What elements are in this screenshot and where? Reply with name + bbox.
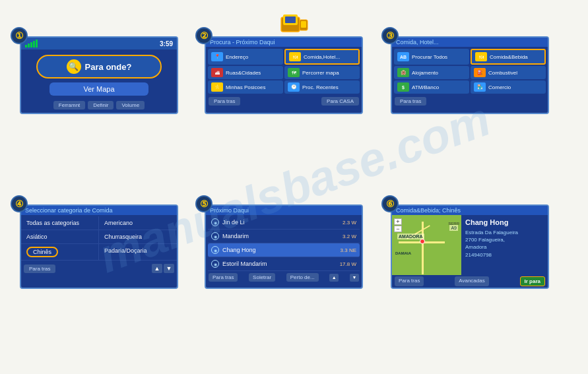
s6-ir-para[interactable]: Ir para xyxy=(520,276,545,286)
screen-3-grid: AB Procurar Todos 🍽 Comida&Bebida 🏨 Aloj… xyxy=(392,47,548,96)
screen-6-info: Chang Hong Estrada Da Falagueira 2700 Fa… xyxy=(461,215,548,275)
mapa-icon: 🗺 xyxy=(288,68,300,77)
s4-chines[interactable]: Chinês xyxy=(21,244,99,260)
ver-mapa-label: Ver Mapa xyxy=(83,85,114,93)
ver-mapa-button[interactable]: Ver Mapa xyxy=(49,82,148,96)
s5-perto-de[interactable]: Perto de... xyxy=(286,273,319,282)
s3-comercio[interactable]: 🏪 Comercio xyxy=(471,80,546,94)
s4-row-1: Todas as categorias Americano xyxy=(21,216,177,230)
s2-ruas-cidades[interactable]: 🏙 Ruas&Cidades xyxy=(208,66,283,79)
s4-arrow-down[interactable]: ▼ xyxy=(164,264,174,273)
posicoes-label: Minhas Posicoes xyxy=(226,84,265,90)
zoom-out-btn[interactable]: − xyxy=(394,226,402,232)
screen-1-header: 3:59 xyxy=(21,38,177,49)
s5-jin-de-li[interactable]: ◉ Jin de Li 2.3 W xyxy=(208,216,360,230)
s6-para-tras[interactable]: Para tras xyxy=(395,276,424,286)
screen-6-content: AMADORA + − A9 SERR DAMAIA Chang Hong Es… xyxy=(392,215,548,275)
s5-estoril[interactable]: ◉ Estoril Mandarim 17.8 W xyxy=(208,257,360,271)
volume-btn[interactable]: Volume xyxy=(116,101,145,109)
step-5-badge: ⑤ xyxy=(195,195,212,212)
mandarim-name: Mandarim xyxy=(222,233,249,239)
s2-proc-recentes[interactable]: 🕐 Proc. Recentes xyxy=(284,80,360,94)
s4-row-3: Chinês Padaria/Doçaria xyxy=(21,244,177,261)
s2-para-casa[interactable]: Para CASA xyxy=(321,97,359,106)
screen-2: Procura - Próximo Daqui 📍 Endereço 🍽 Com… xyxy=(205,36,363,114)
step-4-badge: ④ xyxy=(11,195,28,212)
map-pin xyxy=(420,239,425,244)
screen-2-footer: Para tras Para CASA xyxy=(206,96,362,107)
screen-5-footer: Para tras Soletrar Perto de... ▲ ▼ xyxy=(206,272,362,283)
s3-alojamento[interactable]: 🏨 Alojamento xyxy=(394,66,469,79)
step-1-badge: ① xyxy=(11,27,28,44)
atm-label: ATM/Banco xyxy=(412,84,439,90)
screen-1-footer: Ferramnt Definir Volume xyxy=(21,101,177,109)
screen-4-header: Seleccionar categoria de Comida xyxy=(21,206,177,215)
s3-atm[interactable]: $ ATM/Banco xyxy=(394,80,469,94)
ferramnt-btn[interactable]: Ferramnt xyxy=(53,101,85,109)
s2-para-tras[interactable]: Para tras xyxy=(209,97,240,106)
damaia-label: DAMAIA xyxy=(395,251,411,255)
s5-soletrar[interactable]: Soletrar xyxy=(249,273,275,282)
s4-churrasqueira[interactable]: Churrasqueira xyxy=(99,230,177,243)
s4-padaria[interactable]: Padaria/Doçaria xyxy=(99,244,177,260)
definir-btn[interactable]: Definir xyxy=(88,101,114,109)
s5-arrow-down[interactable]: ▼ xyxy=(350,274,359,282)
recentes-icon: 🕐 xyxy=(288,82,300,92)
zoom-in-btn[interactable]: + xyxy=(394,218,402,225)
screen-4-body: Todas as categorias Americano Asiático C… xyxy=(21,215,177,262)
endereco-label: Endereço xyxy=(226,54,248,60)
search-circle-icon: 🔍 xyxy=(67,59,81,74)
procurar-icon: AB xyxy=(397,52,409,61)
s2-comida-hotel[interactable]: 🍽 Comida,Hotel... xyxy=(284,49,360,65)
signal-indicator xyxy=(25,40,38,47)
screen-5-list: ◉ Jin de Li 2.3 W ◉ Mandarim 3.2 W ◉ Cha… xyxy=(206,215,362,272)
combustivel-icon: ⛽ xyxy=(474,68,486,77)
serr-label: SERR xyxy=(448,222,459,226)
s4-row-2: Asiático Churrasqueira xyxy=(21,230,177,244)
step-6-block: ⑥ Comida&Bebida; Chinês AMADORA + − A9 xyxy=(391,204,549,289)
s4-arrow-up[interactable]: ▲ xyxy=(152,264,162,273)
s4-asiatico[interactable]: Asiático xyxy=(21,230,99,243)
estoril-dist: 17.8 W xyxy=(340,261,356,267)
s4-americano[interactable]: Americano xyxy=(99,216,177,230)
step-4-block: ④ Seleccionar categoria de Comida Todas … xyxy=(20,204,178,289)
s4-todas[interactable]: Todas as categorias xyxy=(21,216,99,230)
s6-avancadas[interactable]: Avancadas xyxy=(455,276,488,286)
s3-procurar-todos[interactable]: AB Procurar Todos xyxy=(394,49,469,65)
percorrer-label: Percorrer mapa xyxy=(302,70,339,76)
s5-para-tras[interactable]: Para tras xyxy=(209,273,238,282)
chang-hong-name: Chang Hong xyxy=(222,247,256,253)
procurar-label: Procurar Todos xyxy=(412,54,447,60)
tool-icon xyxy=(280,12,309,36)
mandarim-dist: 3.2 W xyxy=(343,234,356,239)
step-3-block: ③ Comida, Hotel... AB Procurar Todos 🍽 C… xyxy=(391,36,549,114)
estoril-name: Estoril Mandarim xyxy=(222,261,267,267)
step-5-block: ⑤ Próximo Daqui ◉ Jin de Li 2.3 W ◉ Mand… xyxy=(205,204,363,289)
svg-rect-2 xyxy=(285,16,296,23)
alojamento-label: Alojamento xyxy=(412,70,438,76)
screen-3-header: Comida, Hotel... xyxy=(392,38,548,47)
chines-highlight: Chinês xyxy=(26,247,58,257)
s2-minhas-posicoes[interactable]: ⭐ Minhas Posicoes xyxy=(208,80,283,94)
step-6-badge: ⑥ xyxy=(381,195,399,212)
time-display: 3:59 xyxy=(160,40,173,47)
screen-5-header: Próximo Daqui xyxy=(206,206,362,215)
screen-3-footer: Para tras xyxy=(392,96,548,107)
s3-para-tras[interactable]: Para tras xyxy=(395,97,426,106)
screen-1: 3:59 🔍 Para onde? Ver Mapa Ferramnt Defi… xyxy=(20,36,178,114)
s2-percorrer-mapa[interactable]: 🗺 Percorrer mapa xyxy=(284,66,360,79)
comida-bebida-icon: 🍽 xyxy=(475,52,487,61)
s2-endereco[interactable]: 📍 Endereço xyxy=(208,49,283,65)
s5-chang-hong[interactable]: ◉ Chang Hong 3.3 NE xyxy=(208,243,360,257)
s3-comida-bebida[interactable]: 🍽 Comida&Bebida xyxy=(471,49,546,65)
zoom-controls: + − xyxy=(394,218,402,232)
s5-arrow-up[interactable]: ▲ xyxy=(329,274,339,282)
s5-mandarim[interactable]: ◉ Mandarim 3.2 W xyxy=(208,230,360,243)
para-onde-button[interactable]: 🔍 Para onde? xyxy=(36,55,162,78)
screen-4-footer: Para tras ▲ ▼ xyxy=(21,262,177,275)
s3-combustivel[interactable]: ⛽ Combustivel xyxy=(471,66,546,79)
recentes-label: Proc. Recentes xyxy=(302,84,339,90)
s4-para-tras[interactable]: Para tras xyxy=(24,265,55,273)
compass-icon-3: ◉ xyxy=(211,246,219,254)
posicoes-icon: ⭐ xyxy=(211,82,223,92)
